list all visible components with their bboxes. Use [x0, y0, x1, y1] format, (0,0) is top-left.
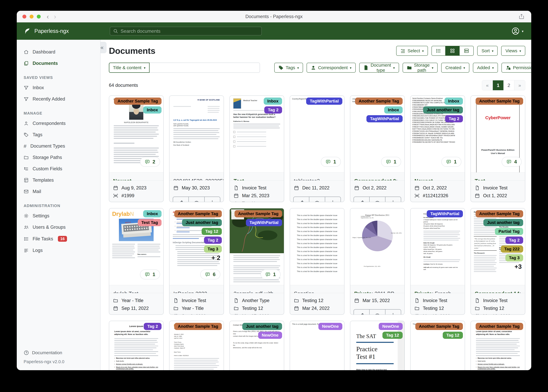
document-card[interactable]: Test Name 123-45-789 January 2, 2022July… [169, 321, 224, 370]
download-button[interactable] [385, 309, 401, 315]
download-button[interactable] [205, 197, 220, 202]
document-card[interactable]: Patient BP Distribution 2011 Normal, 150… [350, 208, 405, 315]
tag-pill[interactable]: Test Tag [138, 219, 162, 226]
document-preview[interactable]: Medical Teacher Has the new Kirkpatrick … [230, 96, 284, 173]
sidebar-item-custom-fields[interactable]: Custom Fields [17, 163, 100, 175]
comment-count-badge[interactable]: 1 [260, 269, 281, 279]
document-card[interactable]: Ado •••• InDesign Scripting Documentatio… [169, 208, 224, 315]
filter-permissions-button[interactable]: Permissions▾ [501, 63, 531, 73]
document-card[interactable]: This is a testAnother Sample TagTag 12 [410, 321, 465, 370]
comment-count-badge[interactable]: 1 [441, 157, 461, 167]
tag-pill[interactable]: TagWithPartial [367, 115, 403, 122]
tag-pill[interactable]: Inbox [264, 98, 282, 105]
edit-button[interactable] [294, 197, 309, 202]
document-preview[interactable]: Francja pod rz NAPOLEON BONAPARTE Anothe… [109, 96, 163, 173]
correspondent-link[interactable]: Correspondent 14 [475, 291, 519, 293]
filter-created-button[interactable]: Created▾ [441, 63, 469, 73]
tag-pill[interactable]: NewOne [318, 323, 342, 330]
tag-pill[interactable]: Tag 2 [204, 237, 222, 244]
download-button[interactable] [385, 197, 401, 202]
share-icon[interactable] [518, 14, 525, 20]
filter-storage-path-button[interactable]: Storage path▾ [403, 63, 438, 73]
sidebar-item-dashboard[interactable]: Dashboard [17, 46, 100, 58]
document-card[interactable]: Boundary Waters Trip Another Sample TagT… [230, 208, 284, 315]
document-preview[interactable]: Test Name 123-45-789 January 2, 2022July… [169, 321, 224, 370]
filter-document-type-button[interactable]: Document type▾ [359, 63, 399, 73]
document-card[interactable]: CyberPower PowerPanel® Business Edition … [470, 95, 525, 202]
document-title[interactable]: Newest Correspondent: Sample100.csv [411, 173, 465, 180]
tag-pill[interactable]: Another Sample Tag [174, 323, 222, 330]
tag-pill[interactable]: Inbox [445, 98, 463, 105]
correspondent-link[interactable]: Newest Correspondent [113, 178, 151, 180]
document-title[interactable]: drylab Test [109, 285, 163, 293]
tag-pill[interactable]: Tag 3 [505, 254, 523, 261]
tag-pill[interactable]: Tag 2 [445, 115, 463, 122]
document-preview[interactable]: Ado •••• InDesign Scripting Documentatio… [169, 208, 224, 285]
document-preview[interactable]: CyberPower PowerPanel® Business Edition … [471, 96, 525, 173]
correspondent-link[interactable]: Private [414, 291, 432, 293]
download-button[interactable] [325, 197, 340, 202]
comment-count-badge[interactable]: 6 [200, 269, 220, 279]
correspondent-link[interactable]: Private [354, 291, 372, 293]
document-title[interactable]: Newest Correspondent: H7_Napoleon_Bonapa… [109, 173, 163, 180]
tag-pill[interactable]: Another Sample Tag [415, 323, 463, 330]
comment-count-badge[interactable]: 1 [321, 157, 341, 167]
sidebar-collapse-button[interactable]: « [101, 42, 107, 53]
document-preview[interactable]: Country,Region/State,"TagWithPartial1 [290, 96, 344, 173]
tag-pill[interactable]: Tag 2 [264, 106, 282, 113]
sidebar-item-settings[interactable]: Settings [17, 210, 100, 222]
select-button[interactable]: Select ▾ [396, 46, 428, 56]
tag-pill[interactable]: Inbox [143, 210, 162, 217]
view-button[interactable] [189, 197, 204, 202]
tag-pill[interactable]: Just another tag [242, 323, 282, 330]
sidebar-item-file-tasks[interactable]: File Tasks16 [17, 233, 100, 245]
correspondent-link[interactable]: Test Correspondent 1 [234, 178, 275, 180]
document-card[interactable]: Country,Region/State,"TagWithPartial1 ta… [290, 95, 345, 202]
document-preview[interactable]: The SAT Practice Test #1 Make time to ta… [350, 321, 404, 370]
tag-pill[interactable]: Tag 2 [144, 323, 162, 330]
sidebar-item-mail[interactable]: Mail [17, 186, 100, 197]
search-field-selector[interactable]: Title & content ▾ [109, 63, 150, 73]
document-card[interactable]: Medical Teacher Has the new Kirkpatrick … [230, 95, 284, 202]
detail-view-button[interactable] [460, 46, 474, 56]
document-card[interactable]: one,1.0five,5.0Another Sample TagInboxTa… [350, 95, 405, 202]
sidebar-item-users-groups[interactable]: Users & Groups [17, 222, 100, 233]
tag-pill[interactable]: Tag 3 [204, 245, 222, 253]
sidebar-item-logs[interactable]: Logs [17, 245, 100, 256]
tag-pill[interactable]: TagWithPartial [427, 210, 463, 217]
document-title[interactable]: Private: French Country Bread Revised.do… [411, 285, 465, 293]
correspondent-link[interactable]: Test Correspondent 1 [475, 178, 517, 180]
document-preview[interactable]: French Country Bread For the Leaven 1 he… [411, 208, 465, 285]
document-card[interactable]: Lorem ipsum Lorem ipsum dolor sit amet, … [109, 321, 164, 370]
comment-count-badge[interactable]: 2 [140, 157, 160, 167]
document-card[interactable]: This is a multi page document. Page 1.Ne… [290, 321, 345, 370]
document-preview[interactable]: Lorem ipsum Lorem ipsum dolor sit amet, … [109, 321, 163, 370]
grid-view-button[interactable] [446, 46, 460, 56]
document-preview[interactable]: Serial Number,Company Name,Employe978818… [411, 96, 465, 173]
document-title[interactable]: InDesign 2022 Scripting Read Me [169, 285, 224, 293]
document-title[interactable]: Test Correspondent 1: UM_PPBE_en_v29 [471, 173, 525, 180]
sidebar-item-storage-paths[interactable]: Storage Paths [17, 152, 100, 163]
tag-pill[interactable]: Tag 12 [443, 332, 463, 339]
document-card[interactable]: French Country Bread For the Leaven 1 he… [410, 208, 465, 315]
list-view-button[interactable] [432, 46, 446, 56]
page-prev-button[interactable]: « [482, 80, 493, 90]
tag-pill[interactable]: Tag 222 [501, 245, 523, 253]
document-preview[interactable]: This is a testAnother Sample TagTag 12 [411, 321, 465, 370]
document-preview[interactable]: DrylabN NETFLIX New owners:InboxTest Tag… [109, 208, 163, 285]
document-preview[interactable]: one,1.0five,5.0Another Sample TagInboxTa… [350, 96, 404, 173]
tag-pill[interactable]: Just another tag [483, 219, 523, 226]
tag-pill[interactable]: Another Sample Tag [476, 98, 523, 105]
comment-count-badge[interactable]: 1 [140, 269, 160, 279]
tag-pill[interactable]: Just another tag [423, 106, 463, 113]
document-card[interactable]: This is a test for the double space char… [290, 208, 345, 315]
document-preview[interactable]: Review of "The average time from petitio… [471, 208, 525, 285]
correspondent-link[interactable]: Correspondent 9 [354, 178, 396, 180]
tag-pill[interactable]: Partial Tag [495, 228, 523, 235]
filter-text-input[interactable] [150, 63, 260, 73]
document-preview[interactable]: Boundary Waters Trip Another Sample TagT… [230, 208, 284, 285]
document-preview[interactable]: This is a multi page document. Page 1.Ne… [290, 321, 344, 370]
tag-pill[interactable]: NewOne [258, 332, 282, 339]
document-title[interactable]: Test Correspondent 1: [paperless] test p… [230, 173, 284, 180]
tag-pill[interactable]: Inbox [143, 106, 162, 113]
